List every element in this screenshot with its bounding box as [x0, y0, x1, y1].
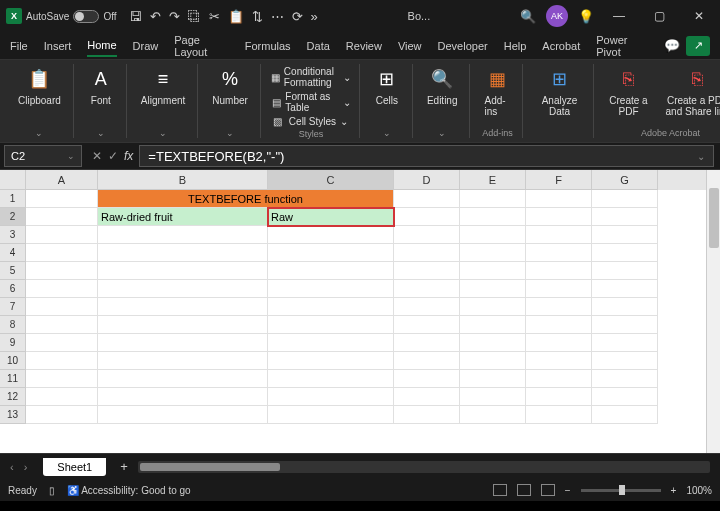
cell-B5[interactable]	[98, 262, 268, 280]
sort-icon[interactable]: ⇅	[252, 9, 263, 24]
row-headers[interactable]: 12345678910111213	[0, 190, 26, 424]
cell-G1[interactable]	[592, 190, 658, 208]
cell-B13[interactable]	[98, 406, 268, 424]
cell-D11[interactable]	[394, 370, 460, 388]
cell-C13[interactable]	[268, 406, 394, 424]
horizontal-scrollbar[interactable]	[138, 461, 710, 473]
cell-F6[interactable]	[526, 280, 592, 298]
expand-formula-icon[interactable]: ⌄	[697, 151, 705, 162]
share-button[interactable]: ↗	[686, 36, 710, 56]
cell-A1[interactable]	[26, 190, 98, 208]
tab-insert[interactable]: Insert	[44, 36, 72, 56]
page-layout-view-icon[interactable]	[517, 484, 531, 496]
spreadsheet-grid[interactable]: ABCDEFG 12345678910111213 TEXTBEFORE fun…	[0, 170, 720, 453]
cell-G11[interactable]	[592, 370, 658, 388]
row-header-13[interactable]: 13	[0, 406, 26, 424]
cell-E1[interactable]	[460, 190, 526, 208]
cell-D2[interactable]	[394, 208, 460, 226]
alignment-button[interactable]: ≡ Alignment	[137, 64, 189, 108]
row-header-7[interactable]: 7	[0, 298, 26, 316]
cell-A3[interactable]	[26, 226, 98, 244]
cell-D6[interactable]	[394, 280, 460, 298]
cell-C3[interactable]	[268, 226, 394, 244]
redo-icon[interactable]: ↷	[169, 9, 180, 24]
cell-D9[interactable]	[394, 334, 460, 352]
zoom-in-icon[interactable]: +	[671, 485, 677, 496]
tab-home[interactable]: Home	[87, 35, 116, 57]
cell-B2[interactable]: Raw-dried fruit	[98, 208, 268, 226]
column-header-B[interactable]: B	[98, 170, 268, 190]
zoom-out-icon[interactable]: −	[565, 485, 571, 496]
cell-B3[interactable]	[98, 226, 268, 244]
cell-G5[interactable]	[592, 262, 658, 280]
sheet-prev-icon[interactable]: ‹	[10, 461, 14, 473]
cell-A6[interactable]	[26, 280, 98, 298]
cell-F3[interactable]	[526, 226, 592, 244]
analyze-data-button[interactable]: ⊞ Analyze Data	[533, 64, 585, 119]
cell-B6[interactable]	[98, 280, 268, 298]
tab-data[interactable]: Data	[307, 36, 330, 56]
autosave-toggle[interactable]: AutoSave Off	[26, 10, 117, 23]
row-header-8[interactable]: 8	[0, 316, 26, 334]
vertical-scrollbar[interactable]	[706, 170, 720, 453]
cell-G2[interactable]	[592, 208, 658, 226]
cell-styles-button[interactable]: ▧Cell Styles ⌄	[271, 116, 351, 127]
tab-page-layout[interactable]: Page Layout	[174, 30, 228, 62]
column-header-F[interactable]: F	[526, 170, 592, 190]
tab-review[interactable]: Review	[346, 36, 382, 56]
row-header-2[interactable]: 2	[0, 208, 26, 226]
tab-formulas[interactable]: Formulas	[245, 36, 291, 56]
select-all-corner[interactable]	[0, 170, 26, 190]
cell-A2[interactable]	[26, 208, 98, 226]
lightbulb-icon[interactable]: 💡	[578, 9, 594, 24]
cell-D8[interactable]	[394, 316, 460, 334]
cell-E7[interactable]	[460, 298, 526, 316]
cell-A10[interactable]	[26, 352, 98, 370]
row-header-6[interactable]: 6	[0, 280, 26, 298]
cell-B7[interactable]	[98, 298, 268, 316]
cell-C4[interactable]	[268, 244, 394, 262]
toggle-icon[interactable]	[73, 10, 99, 23]
cell-C5[interactable]	[268, 262, 394, 280]
cell-E2[interactable]	[460, 208, 526, 226]
name-box[interactable]: C2 ⌄	[4, 145, 82, 167]
cell-F9[interactable]	[526, 334, 592, 352]
cell-G6[interactable]	[592, 280, 658, 298]
cell-A7[interactable]	[26, 298, 98, 316]
row-header-12[interactable]: 12	[0, 388, 26, 406]
cell-F12[interactable]	[526, 388, 592, 406]
cell-E4[interactable]	[460, 244, 526, 262]
macro-record-icon[interactable]: ▯	[49, 485, 55, 496]
copy-icon[interactable]: ⿻	[188, 9, 201, 24]
cell-G13[interactable]	[592, 406, 658, 424]
enter-formula-icon[interactable]: ✓	[108, 149, 118, 163]
cell-D7[interactable]	[394, 298, 460, 316]
row-header-3[interactable]: 3	[0, 226, 26, 244]
editing-button[interactable]: 🔍 Editing	[423, 64, 462, 108]
row-header-5[interactable]: 5	[0, 262, 26, 280]
tab-developer[interactable]: Developer	[438, 36, 488, 56]
column-header-E[interactable]: E	[460, 170, 526, 190]
overflow-icon[interactable]: »	[311, 9, 318, 24]
column-headers[interactable]: ABCDEFG	[26, 170, 706, 190]
cell-D12[interactable]	[394, 388, 460, 406]
conditional-formatting-button[interactable]: ▦Conditional Formatting ⌄	[271, 66, 351, 88]
cell-A13[interactable]	[26, 406, 98, 424]
cell-G7[interactable]	[592, 298, 658, 316]
cell-B1-C1-merged[interactable]: TEXTBEFORE function	[98, 190, 394, 208]
maximize-button[interactable]: ▢	[644, 9, 674, 23]
cell-D1[interactable]	[394, 190, 460, 208]
cell-B12[interactable]	[98, 388, 268, 406]
row-header-1[interactable]: 1	[0, 190, 26, 208]
cell-F5[interactable]	[526, 262, 592, 280]
create-pdf-button[interactable]: ⎘ Create a PDF	[604, 64, 652, 119]
cell-E12[interactable]	[460, 388, 526, 406]
more-icon[interactable]: ⋯	[271, 9, 284, 24]
column-header-A[interactable]: A	[26, 170, 98, 190]
vertical-scroll-thumb[interactable]	[709, 188, 719, 248]
fx-icon[interactable]: fx	[124, 149, 133, 163]
tab-view[interactable]: View	[398, 36, 422, 56]
accessibility-status[interactable]: ♿ Accessibility: Good to go	[67, 485, 191, 496]
cell-A12[interactable]	[26, 388, 98, 406]
cell-G8[interactable]	[592, 316, 658, 334]
